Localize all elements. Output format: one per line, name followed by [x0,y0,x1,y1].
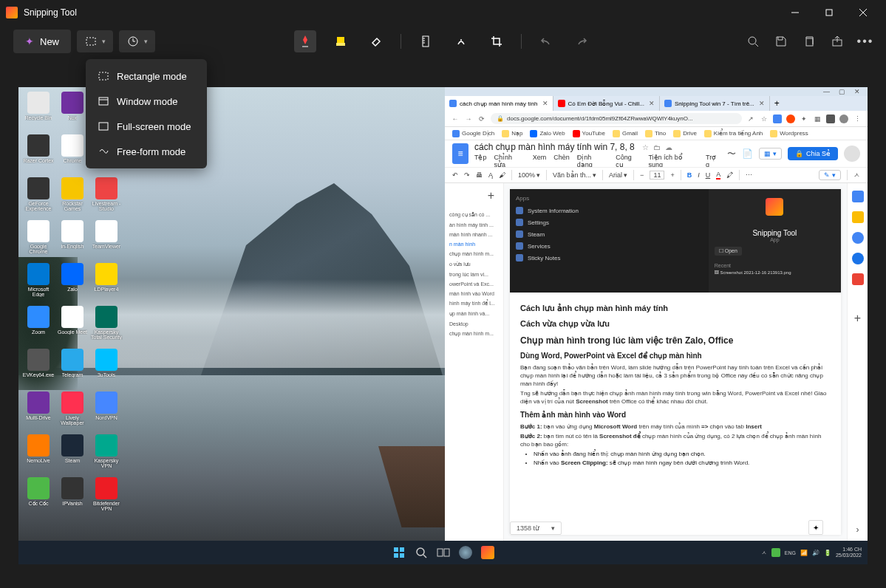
desktop-icon[interactable]: 3uTools [89,349,123,390]
desktop-icon[interactable]: GeForce Experience [21,177,55,219]
desktop-icon[interactable]: Google Chrome [21,220,55,261]
keep-icon[interactable] [852,211,864,223]
outline-item[interactable]: àn hình máy tính ... [448,220,500,230]
bookmark-item[interactable]: Zalo Web [530,130,565,137]
zoom-button[interactable] [746,34,760,49]
bookmark-item[interactable]: Tino [645,130,666,137]
star-icon[interactable]: ☆ [760,115,769,123]
outline-item[interactable]: trong lúc làm vi... [448,270,500,279]
bookmark-item[interactable]: Gmail [613,130,638,137]
highlight-button[interactable]: 🖍 [726,171,733,179]
desktop-icon[interactable]: Recycle Bin [21,92,55,133]
tray-icon[interactable] [771,548,780,557]
desktop-icon[interactable]: Nox [55,92,89,133]
bookmark-item[interactable]: Google Dịch [452,130,494,137]
delay-selector[interactable]: ▾ [119,30,155,52]
bold-button[interactable]: B [687,171,692,179]
calendar-icon[interactable] [852,191,864,202]
desktop-icon[interactable]: Rockstar Games [55,177,89,219]
close-tab-icon[interactable]: ✕ [542,100,548,107]
font-select[interactable]: Arial ▾ [609,171,627,179]
desktop-icon[interactable]: Lively Wallpaper [55,392,89,433]
undo-button[interactable]: ↶ [452,171,458,179]
desktop-icon[interactable]: Zalo [55,263,89,304]
desktop-icon[interactable]: NordVPN [89,392,123,433]
outline-item[interactable]: công cụ sẵn có ... [448,210,500,220]
browser-tab[interactable]: cách chụp màn hình máy tính✕ [445,96,553,111]
collapse-icon[interactable]: › [856,524,859,535]
copy-button[interactable] [802,34,817,49]
desktop-icon[interactable]: Microsoft Edge [21,263,55,304]
docs-logo-icon[interactable]: ≡ [452,143,468,164]
avatar[interactable] [844,146,860,162]
desktop-icon[interactable]: NemoLive [21,434,55,476]
docs-title[interactable]: cách chụp màn hình máy tính win 7, 8, 8 [474,142,635,152]
close-tab-icon[interactable]: ✕ [759,100,765,107]
hide-menu-button[interactable]: ㅅ [853,171,860,180]
save-button[interactable] [774,34,788,49]
bookmark-item[interactable]: YouTube [573,130,605,137]
styles-select[interactable]: Văn bản th... ▾ [553,171,596,179]
back-button[interactable]: ← [451,115,460,123]
snip-mode-selector[interactable]: ▾ [77,30,113,52]
history-icon[interactable]: 〜 [727,148,736,160]
desktop-icon[interactable]: Google Meet [55,306,89,347]
maximize-button[interactable] [812,1,846,24]
contacts-icon[interactable] [852,253,864,264]
browser-tab[interactable]: Có Em Đời Bỗng Vui - Chill...✕ [553,96,661,111]
share-button[interactable]: 🔒 Chia Sẻ [788,147,838,160]
pen-tool[interactable] [294,30,316,52]
docs-menu-item[interactable]: Tệp [474,154,487,168]
zoom-select[interactable]: 100% ▾ [518,171,540,179]
redo-button[interactable] [570,30,593,52]
window-mode-item[interactable]: Window mode [90,89,202,114]
close-tab-icon[interactable]: ✕ [649,100,655,107]
extension-icon[interactable] [839,114,848,123]
docs-menu-item[interactable]: Trợ g [706,154,721,168]
outline-item[interactable]: owerPoint và Exc... [448,279,500,289]
freeform-mode-item[interactable]: Free-form mode [90,139,202,164]
maps-icon[interactable] [852,273,864,285]
spellcheck-button[interactable]: Ą [488,171,493,179]
outline-item[interactable]: o vừa lưu [448,259,500,270]
italic-button[interactable]: I [698,171,700,179]
outline-item[interactable]: chụp màn hình m... [448,329,500,339]
start-button[interactable] [391,544,407,561]
explore-button[interactable]: ✦ [808,520,823,535]
share-icon[interactable]: ↗ [746,115,755,123]
docs-menu-item[interactable]: Tiện ích bổ sung [648,154,698,168]
desktop-icon[interactable]: EVKey64.exe [21,349,55,390]
volume-icon[interactable]: 🔊 [812,550,819,556]
bookmark-item[interactable]: Wordpress [770,130,808,137]
task-view-button[interactable] [435,544,451,561]
add-outline-button[interactable]: + [448,186,500,210]
url-field[interactable]: 🔒 docs.google.com/document/d/1fdm05ml9Zf… [491,113,742,124]
highlighter-tool[interactable] [330,30,352,52]
outline-item[interactable]: Desktop [448,319,500,329]
desktop-icon[interactable]: Multi-Drive [21,392,55,433]
battery-icon[interactable]: 🔋 [824,550,831,556]
touch-writing-tool[interactable] [450,30,472,52]
docs-page[interactable]: Apps System InformationSettingsSteamServ… [510,189,841,535]
desktop-icon[interactable]: Bitdefender VPN [89,477,123,519]
desktop-icon[interactable]: Cốc Cốc [21,477,55,519]
add-icon[interactable]: + [854,312,861,325]
desktop-icon[interactable]: Livestream - Studio [89,177,123,219]
fontsize-inc[interactable]: + [670,171,674,179]
language-indicator[interactable]: ENG [785,550,796,555]
menu-icon[interactable]: ⋮ [853,115,862,123]
bookmark-item[interactable]: Kiểm tra tiếng Anh [704,130,763,137]
desktop-icon[interactable]: TeamViewer [89,220,123,261]
word-count[interactable]: 1358 từ▾ [510,522,562,535]
minimize-icon[interactable]: — [823,88,830,95]
desktop-icon[interactable]: Kaspersky VPN [89,434,123,476]
extension-icon[interactable]: ▦ [813,115,822,123]
close-icon[interactable]: ✕ [854,88,860,95]
desktop-icon[interactable]: Telegram [55,349,89,390]
move-icon[interactable]: 🗀 [653,143,661,151]
desktop-icon[interactable]: Razer Cortex [21,134,55,176]
fullscreen-mode-item[interactable]: Full-screen mode [90,114,202,139]
docs-menu-item[interactable]: Định dạng [577,154,609,168]
outline-item[interactable]: hình máy tính để l... [448,298,500,309]
undo-button[interactable] [535,30,557,52]
